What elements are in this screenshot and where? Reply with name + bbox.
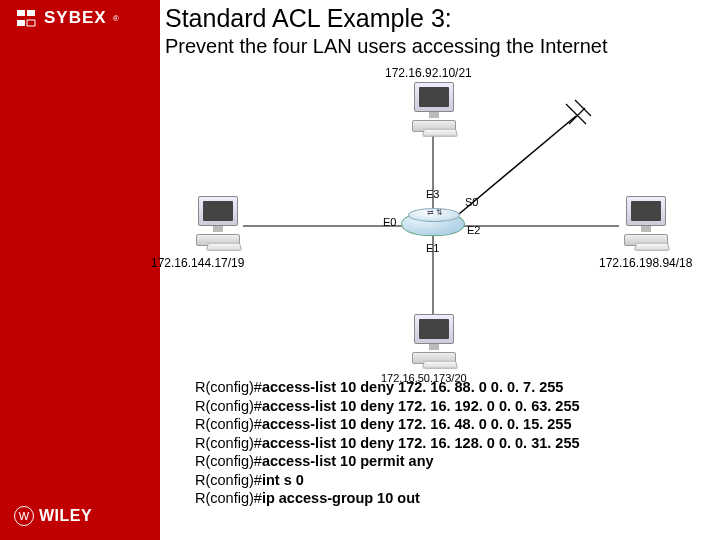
ip-label-top: 172.16.92.10/21: [385, 66, 472, 80]
port-label-e2: E2: [467, 224, 480, 236]
computer-right: [619, 196, 673, 246]
network-diagram: 172.16.92.10/21 172.16.144.17/19 172.16.…: [171, 64, 691, 374]
computer-top: [407, 82, 461, 132]
config-line: R(config)#ip access-group 10 out: [195, 489, 714, 508]
wiley-logo-icon: W: [14, 506, 34, 526]
sybex-logo: SYBEX®: [14, 8, 119, 28]
config-line: R(config)#access-list 10 deny 172. 16. 1…: [195, 434, 714, 453]
ip-label-bottom: 172.16.50.173/20: [381, 372, 467, 384]
config-line: R(config)#access-list 10 deny 172. 16. 4…: [195, 415, 714, 434]
computer-left: [191, 196, 245, 246]
registered-mark: ®: [113, 14, 119, 23]
config-line: R(config)#int s 0: [195, 471, 714, 490]
sybex-logo-icon: [14, 8, 38, 28]
router-icon: ⇄ ⇅: [401, 206, 465, 240]
config-line: R(config)#access-list 10 deny 172. 16. 1…: [195, 397, 714, 416]
port-label-s0: S0: [465, 196, 478, 208]
sidebar: SYBEX® W WILEY: [0, 0, 160, 540]
ip-label-left: 172.16.144.17/19: [151, 256, 244, 270]
wiley-logo: W WILEY: [14, 506, 92, 526]
slide-title: Standard ACL Example 3:: [165, 4, 714, 33]
port-label-e1: E1: [426, 242, 439, 254]
port-label-e3: E3: [426, 188, 439, 200]
wiley-logo-text: WILEY: [39, 507, 92, 525]
slide-content: Standard ACL Example 3: Prevent the four…: [165, 4, 714, 534]
slide-subtitle: Prevent the four LAN users accessing the…: [165, 35, 714, 58]
config-block: R(config)#access-list 10 deny 172. 16. 8…: [195, 378, 714, 508]
config-line: R(config)#access-list 10 permit any: [195, 452, 714, 471]
computer-bottom: [407, 314, 461, 364]
port-label-e0: E0: [383, 216, 396, 228]
ip-label-right: 172.16.198.94/18: [599, 256, 692, 270]
sybex-logo-text: SYBEX: [44, 8, 107, 28]
